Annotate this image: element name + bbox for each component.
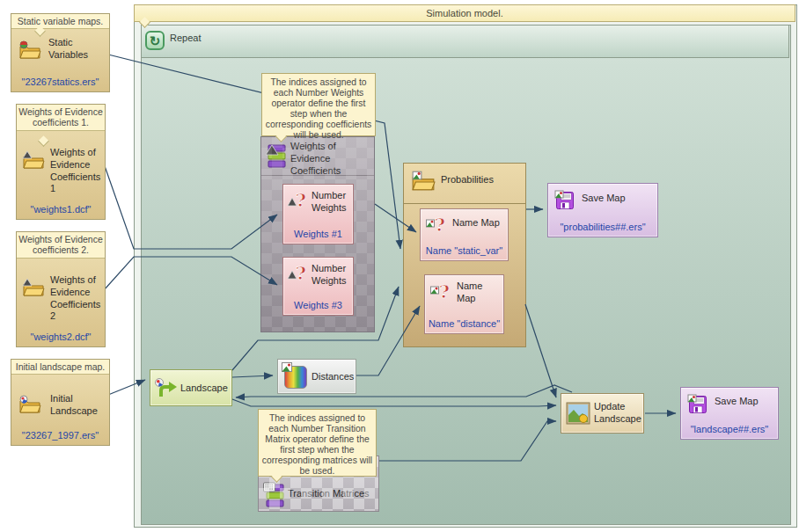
node-value: "landscape##.ers"	[683, 424, 776, 434]
node-title: Name Map	[457, 281, 494, 305]
repeat-icon: ↻	[145, 31, 165, 50]
folder-probabilities-icon	[411, 171, 436, 192]
map-chip-icon	[282, 362, 292, 372]
node-label: Static Variables	[48, 37, 105, 62]
weights1-node[interactable]: Weights of Evidence coefficients 1. Weig…	[16, 104, 106, 220]
svg-text:?: ?	[435, 215, 445, 236]
name-map-distance-node[interactable]: ? Name Map Name "distance"	[424, 274, 504, 334]
folder-map-icon	[18, 395, 41, 414]
initial-landscape-node[interactable]: Initial landscape map. Initial Landscape…	[11, 359, 110, 446]
save-map-floppy-icon	[554, 190, 575, 211]
node-label: Weights of Evidence Coefficients 2	[50, 274, 101, 323]
comment-notch	[38, 135, 49, 147]
node-value: Name "static_var"	[422, 245, 506, 256]
save-map-probabilities-node[interactable]: Save Map "probabilities##.ers"	[547, 183, 658, 237]
repeat-label: Repeat	[170, 33, 201, 43]
weights2-comment: Weights of Evidence coefficients 2.	[17, 232, 105, 259]
weights-note[interactable]: The indices assigned to each Number Weig…	[261, 73, 376, 136]
group-title: Transition Matrices	[288, 488, 376, 500]
node-title: Landscape	[180, 383, 228, 395]
number-weights-icon: ?	[287, 191, 310, 212]
static-variables-node[interactable]: Static variable maps. Static Variables "…	[11, 13, 110, 92]
folder-weights-icon	[22, 278, 45, 297]
svg-text:?: ?	[296, 264, 306, 284]
distances-node[interactable]: Distances	[277, 359, 356, 394]
number-weights-icon: ?	[287, 264, 310, 285]
node-value: Name "distance"	[427, 318, 502, 329]
group-title: Weights of Evidence Coefficients	[290, 141, 371, 177]
landscape-node[interactable]: Landscape	[150, 369, 232, 406]
node-filename: "weights2.dcf"	[17, 332, 105, 342]
model-canvas: Simulation model. ↻ Repeat	[0, 0, 799, 532]
node-filename: "23267statics.ers"	[11, 77, 109, 87]
node-value: Weights #1	[285, 229, 351, 239]
weights1-comment: Weights of Evidence coefficients 1.	[17, 105, 105, 131]
folder-map-icon	[18, 40, 41, 60]
coefficients-stack-icon	[266, 142, 287, 169]
simulation-model-title[interactable]: Simulation model.	[134, 4, 795, 22]
node-value: "probabilities##.ers"	[550, 222, 656, 232]
node-title: Name Map	[452, 217, 507, 230]
landscape-mux-icon	[154, 377, 179, 398]
node-value: Weights #3	[285, 300, 351, 310]
node-filename: "23267_1997.ers"	[11, 430, 109, 441]
node-title: Number Weights	[312, 263, 354, 288]
name-map-icon: ?	[426, 215, 449, 237]
group-title: Probabilities	[441, 174, 494, 186]
node-label: Initial Landscape	[50, 393, 105, 418]
svg-text:?: ?	[439, 282, 450, 302]
svg-text:?: ?	[296, 191, 306, 211]
node-title: Save Map	[582, 193, 626, 205]
repeat-header[interactable]	[141, 25, 789, 58]
number-weights-1-node[interactable]: ? Number Weights Weights #1	[282, 184, 354, 244]
node-title: Distances	[312, 371, 354, 383]
name-map-static-node[interactable]: ? Name Map Name "static_var"	[420, 208, 509, 261]
weights2-node[interactable]: Weights of Evidence coefficients 2. Weig…	[16, 231, 106, 347]
static-variables-comment: Static variable maps.	[11, 14, 109, 29]
name-map-icon: ?	[430, 282, 453, 303]
folder-weights-icon	[22, 150, 45, 170]
node-title: Save Map	[715, 396, 759, 408]
transition-note[interactable]: The indices assigned to each Number Tran…	[258, 409, 377, 477]
node-filename: "weights1.dcf"	[17, 204, 105, 215]
update-landscape-icon	[566, 402, 590, 425]
save-map-floppy-icon	[687, 394, 708, 415]
update-landscape-node[interactable]: Update Landscape	[561, 393, 644, 434]
number-weights-3-node[interactable]: ? Number Weights Weights #3	[282, 257, 354, 316]
node-label: Weights of Evidence Coefficients 1	[50, 147, 101, 195]
transition-matrices-icon	[263, 481, 284, 509]
save-map-landscape-node[interactable]: Save Map "landscape##.ers"	[680, 387, 779, 440]
node-title: Update Landscape	[594, 401, 643, 426]
node-title: Number Weights	[312, 190, 354, 215]
initial-landscape-comment: Initial landscape map.	[11, 360, 109, 375]
